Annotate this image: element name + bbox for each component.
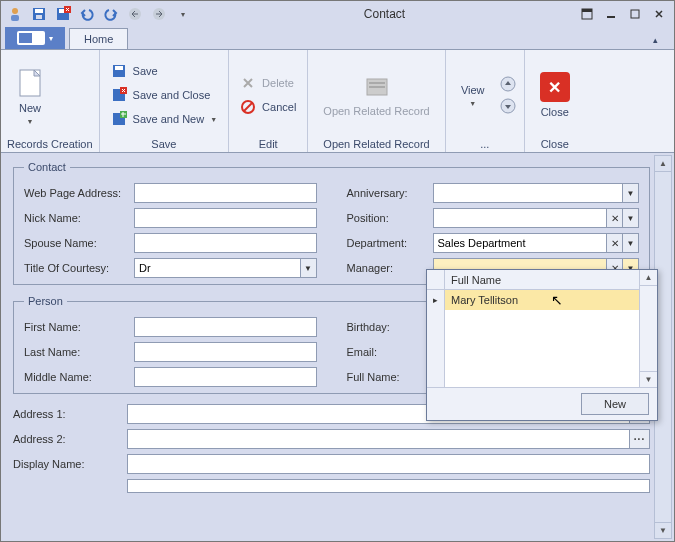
dropdown-footer: New (427, 388, 657, 420)
svg-rect-1 (11, 15, 19, 21)
close-button[interactable]: ✕ Close (531, 56, 579, 134)
manager-dropdown-panel: ▸ Full Name Mary Tellitson ↖ ▲ ▼ New (426, 269, 658, 421)
delete-button: Delete (235, 72, 301, 94)
save-new-icon (111, 111, 127, 127)
dd-scroll-up-icon[interactable]: ▲ (640, 270, 657, 286)
position-input[interactable] (433, 208, 608, 228)
scroll-down-icon[interactable]: ▼ (655, 522, 671, 538)
svg-rect-3 (35, 9, 43, 13)
middle-name-input[interactable] (134, 367, 317, 387)
spouse-name-input[interactable] (134, 233, 317, 253)
qat-save-close-icon[interactable] (53, 4, 73, 24)
cancel-button[interactable]: Cancel (235, 96, 301, 118)
position-clear-icon[interactable]: ✕ (607, 208, 623, 228)
view-switcher[interactable]: ▾ (5, 27, 65, 49)
dropdown-row[interactable]: Mary Tellitson ↖ (445, 290, 639, 310)
group-save: Save Save and Close Save and New ▼ Save (100, 50, 229, 152)
nav-up-button[interactable] (498, 74, 518, 94)
first-name-input[interactable] (134, 317, 317, 337)
group-close: ✕ Close Close (525, 50, 585, 152)
field-department: Department: ✕▼ (347, 233, 640, 253)
position-dropdown-icon[interactable]: ▼ (623, 208, 639, 228)
extra-input[interactable] (127, 479, 650, 493)
svg-rect-13 (631, 10, 639, 18)
maximize-icon[interactable] (624, 4, 646, 24)
contact-legend: Contact (24, 161, 70, 173)
cancel-icon (240, 99, 256, 115)
svg-rect-4 (36, 15, 42, 19)
field-middle-name: Middle Name: (24, 367, 317, 387)
save-button[interactable]: Save (106, 60, 222, 82)
field-last-name: Last Name: (24, 342, 317, 362)
qat-prev-icon[interactable] (125, 4, 145, 24)
dropdown-arrow-icon: ▼ (27, 118, 34, 125)
save-close-button[interactable]: Save and Close (106, 84, 222, 106)
group-label-save: Save (106, 136, 222, 150)
field-anniversary: Anniversary: ▼ (347, 183, 640, 203)
form-area: ▲ ▼ Contact Web Page Address: Anniversar… (1, 153, 674, 541)
ribbon-collapse-icon[interactable]: ▴ (645, 31, 666, 49)
window-buttons (576, 4, 670, 24)
view-button[interactable]: View ▼ (452, 56, 494, 134)
dropdown-arrow-icon: ▼ (210, 116, 217, 123)
arrow-down-icon (500, 98, 516, 114)
last-name-input[interactable] (134, 342, 317, 362)
address2-input[interactable] (127, 429, 630, 449)
quick-access-toolbar: ▾ (5, 4, 193, 24)
close-icon: ✕ (540, 72, 570, 102)
group-records-creation: New ▼ Records Creation (1, 50, 100, 152)
titlebar: ▾ Contact (1, 1, 674, 27)
qat-undo-icon[interactable] (77, 4, 97, 24)
open-related-button: Open Related Record (314, 56, 438, 134)
dropdown-column-header[interactable]: Full Name (445, 270, 639, 290)
department-clear-icon[interactable]: ✕ (607, 233, 623, 253)
svg-rect-16 (115, 66, 123, 70)
nav-down-button[interactable] (498, 96, 518, 116)
close-window-icon[interactable] (648, 4, 670, 24)
svg-rect-11 (582, 9, 592, 12)
anniversary-input[interactable] (433, 183, 624, 203)
dropdown-row-header-col: ▸ (427, 270, 445, 387)
title-courtesy-input[interactable] (134, 258, 301, 278)
display-name-input[interactable] (127, 454, 650, 474)
ribbon: New ▼ Records Creation Save Save and Clo… (1, 49, 674, 153)
group-label-records: Records Creation (7, 136, 93, 150)
field-extra (13, 479, 650, 493)
scroll-up-icon[interactable]: ▲ (655, 156, 671, 172)
person-legend: Person (24, 295, 67, 307)
web-page-input[interactable] (134, 183, 317, 203)
app-icon[interactable] (5, 4, 25, 24)
contact-window: ▾ Contact ▾ Home ▴ New ▼ (0, 0, 675, 542)
nick-name-input[interactable] (134, 208, 317, 228)
dd-scroll-down-icon[interactable]: ▼ (640, 371, 657, 387)
title-courtesy-dropdown-icon[interactable]: ▼ (301, 258, 317, 278)
contact-section: Contact Web Page Address: Anniversary: ▼… (13, 161, 650, 285)
group-open-related: Open Related Record Open Related Record (308, 50, 445, 152)
department-input[interactable] (433, 233, 608, 253)
address2-ellipsis-icon[interactable]: ··· (630, 429, 650, 449)
ribbon-display-options-icon[interactable] (576, 4, 598, 24)
new-document-icon (16, 66, 44, 98)
field-spouse-name: Spouse Name: (24, 233, 317, 253)
dropdown-arrow-icon: ▼ (469, 100, 476, 107)
window-title: Contact (197, 7, 572, 21)
qat-save-icon[interactable] (29, 4, 49, 24)
field-nick-name: Nick Name: (24, 208, 317, 228)
tab-home[interactable]: Home (69, 28, 128, 49)
group-label-open-related: Open Related Record (314, 136, 438, 150)
qat-next-icon[interactable] (149, 4, 169, 24)
save-new-button[interactable]: Save and New ▼ (106, 108, 222, 130)
department-dropdown-icon[interactable]: ▼ (623, 233, 639, 253)
qat-customize-icon[interactable]: ▾ (173, 4, 193, 24)
new-button[interactable]: New ▼ (7, 56, 53, 134)
arrow-up-icon (500, 76, 516, 92)
minimize-icon[interactable] (600, 4, 622, 24)
dropdown-new-button[interactable]: New (581, 393, 649, 415)
svg-point-0 (12, 8, 18, 14)
qat-redo-icon[interactable] (101, 4, 121, 24)
open-related-icon (363, 73, 391, 101)
field-web-page: Web Page Address: (24, 183, 317, 203)
group-label-view: ... (452, 136, 518, 150)
anniversary-dropdown-icon[interactable]: ▼ (623, 183, 639, 203)
dropdown-scrollbar[interactable]: ▲ ▼ (639, 270, 657, 387)
